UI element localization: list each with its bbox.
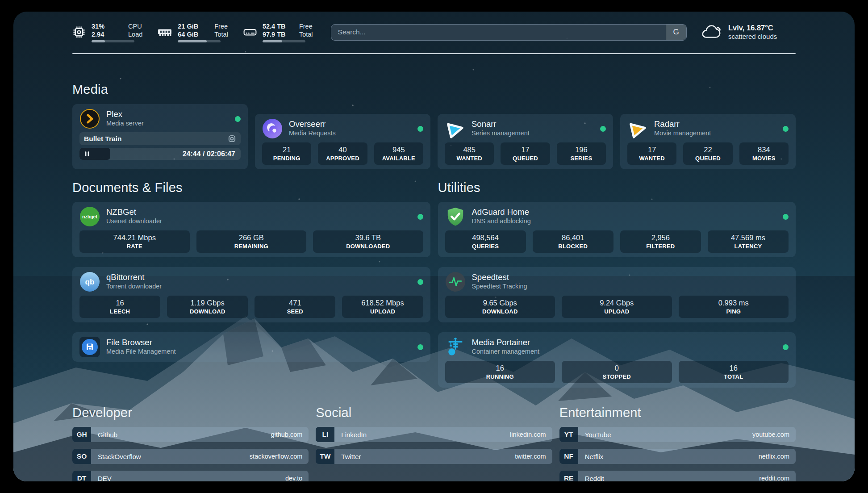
nzbget-icon: nzbget: [79, 206, 100, 227]
memory-free-value: 21 GiB: [178, 22, 204, 30]
cloud-icon: [700, 24, 722, 40]
stat-box: 0.993 msPING: [679, 296, 789, 318]
app-card-qbittorrent[interactable]: qb qBittorrent Torrent downloader 16LEEC…: [72, 267, 430, 322]
weather-location-temp: Lviv, 16.87°C: [728, 23, 777, 32]
bookmark-dev[interactable]: DT DEV dev.to: [72, 471, 309, 481]
adguard-icon: [445, 206, 466, 227]
status-online-dot: [600, 126, 606, 132]
bookmark-url: dev.to: [285, 475, 309, 481]
stat-box: 834MOVIES: [739, 142, 789, 165]
search-bar: G: [331, 24, 687, 41]
app-card-plex[interactable]: Plex Media server Bullet Train: [72, 104, 248, 169]
app-title: AdGuard Home: [472, 207, 531, 217]
bookmark-linkedin[interactable]: LI LinkedIn linkedin.com: [316, 427, 552, 442]
section-title-developer: Developer: [72, 405, 309, 420]
bookmark-url: reddit.com: [759, 475, 796, 481]
app-title: qBittorrent: [106, 272, 162, 282]
disk-free-label: Free: [299, 22, 313, 30]
pause-icon[interactable]: [84, 150, 90, 157]
cpu-usage-value: 31%: [92, 22, 117, 30]
dashboard-panel: 31% 2.94 CPU Load: [13, 12, 855, 481]
session-camera-icon: [228, 134, 236, 143]
bookmark-netflix[interactable]: NF Netflix netflix.com: [559, 449, 796, 464]
app-title: Overseerr: [289, 119, 336, 129]
stat-box: 945AVAILABLE: [374, 142, 423, 165]
bookmark-name: LinkedIn: [334, 431, 367, 439]
bookmark-abbr: NF: [559, 449, 578, 464]
app-card-nzbget[interactable]: nzbget NZBGet Usenet downloader 744.21 M…: [72, 202, 430, 257]
bookmark-name: Reddit: [578, 475, 604, 482]
stat-box: 9.24 GbpsUPLOAD: [562, 296, 672, 318]
bookmarks-social: Social LI LinkedIn linkedin.com TW Twitt…: [316, 405, 552, 481]
svg-text:nzbget: nzbget: [82, 214, 97, 219]
bookmark-abbr: LI: [316, 427, 334, 442]
bookmark-abbr: RE: [559, 471, 578, 481]
stat-box: 39.6 TBDOWNLOADED: [313, 230, 423, 253]
search-input[interactable]: [331, 24, 687, 41]
bookmark-abbr: SO: [72, 449, 91, 464]
bookmarks-entertainment: Entertainment YT YouTube youtube.com NF …: [559, 405, 796, 481]
disk-free-value: 52.4 TB: [263, 22, 288, 30]
bookmark-abbr: TW: [316, 449, 334, 464]
memory-total-value: 64 GiB: [178, 30, 204, 38]
stat-box: 266 GBREMAINING: [196, 230, 307, 253]
bookmark-twitter[interactable]: TW Twitter twitter.com: [316, 449, 552, 464]
section-title-utilities: Utilities: [438, 180, 796, 195]
bookmark-abbr: DT: [72, 471, 91, 481]
section-title-media: Media: [72, 82, 796, 97]
search-engine-button[interactable]: G: [666, 25, 686, 40]
radarr-icon: [627, 118, 648, 139]
stat-box: 9.65 GbpsDOWNLOAD: [445, 296, 555, 318]
bookmark-name: Netflix: [578, 453, 604, 460]
stat-box: 744.21 MbpsRATE: [79, 230, 190, 253]
app-card-radarr[interactable]: Radarr Movie management 17WANTED 22QUEUE…: [620, 114, 796, 169]
status-online-dot: [783, 214, 789, 220]
memory-progress-bar: [178, 40, 221, 42]
app-card-speedtest[interactable]: Speedtest Speedtest Tracking 9.65 GbpsDO…: [438, 267, 796, 322]
stat-box: 1.19 GbpsDOWNLOAD: [167, 296, 248, 318]
bookmark-url: github.com: [271, 431, 309, 438]
app-card-filebrowser[interactable]: File Browser Media File Management: [72, 332, 430, 362]
bookmark-abbr: YT: [559, 427, 578, 442]
bookmark-name: Github: [91, 431, 117, 439]
now-playing-title: Bullet Train: [84, 135, 121, 143]
stat-box: 0STOPPED: [562, 361, 672, 383]
bookmark-github[interactable]: GH Github github.com: [72, 427, 309, 442]
status-online-dot: [783, 126, 789, 132]
cpu-progress-bar: [92, 40, 134, 42]
bookmark-name: DEV: [91, 475, 112, 482]
bookmark-url: youtube.com: [752, 431, 796, 438]
app-card-adguard[interactable]: AdGuard Home DNS and adblocking 498,564Q…: [438, 202, 796, 257]
section-title-documents: Documents & Files: [72, 180, 430, 195]
cpu-load-value: 2.94: [92, 30, 117, 38]
app-title: Media Portainer: [472, 338, 540, 347]
stat-box: 86,401BLOCKED: [533, 230, 613, 253]
bookmark-reddit[interactable]: RE Reddit reddit.com: [559, 471, 796, 481]
stat-box: 17WANTED: [627, 142, 676, 165]
bookmark-abbr: GH: [72, 427, 91, 442]
app-title: Sonarr: [472, 119, 530, 129]
app-title: Radarr: [654, 119, 711, 129]
bookmark-youtube[interactable]: YT YouTube youtube.com: [559, 427, 796, 442]
svg-text:qb: qb: [85, 278, 95, 286]
stat-box: 17QUEUED: [501, 142, 550, 165]
app-card-portainer[interactable]: Media Portainer Container management 16R…: [438, 332, 796, 388]
cpu-widget: 31% 2.94 CPU Load: [72, 22, 142, 42]
cpu-load-label: Load: [128, 30, 142, 38]
app-description: Media server: [106, 119, 144, 128]
app-description: DNS and adblocking: [472, 217, 531, 226]
stat-box: 47.569 msLATENCY: [708, 230, 789, 253]
bookmark-stackoverflow[interactable]: SO StackOverflow stackoverflow.com: [72, 449, 309, 464]
weather-widget: Lviv, 16.87°C scattered clouds: [700, 23, 796, 41]
app-card-overseerr[interactable]: Overseerr Media Requests 21PENDING 40APP…: [255, 114, 430, 169]
bookmark-name: StackOverflow: [91, 453, 141, 460]
status-online-dot: [235, 116, 241, 122]
sonarr-icon: [445, 118, 465, 139]
stat-box: 22QUEUED: [683, 142, 732, 165]
app-title: NZBGet: [106, 207, 162, 217]
bookmarks-developer: Developer GH Github github.com SO StackO…: [72, 405, 309, 481]
bookmark-url: stackoverflow.com: [250, 453, 309, 460]
stat-box: 618.52 MbpsUPLOAD: [342, 296, 423, 318]
app-card-sonarr[interactable]: Sonarr Series management 485WANTED 17QUE…: [438, 114, 613, 169]
cpu-label: CPU: [128, 22, 142, 30]
